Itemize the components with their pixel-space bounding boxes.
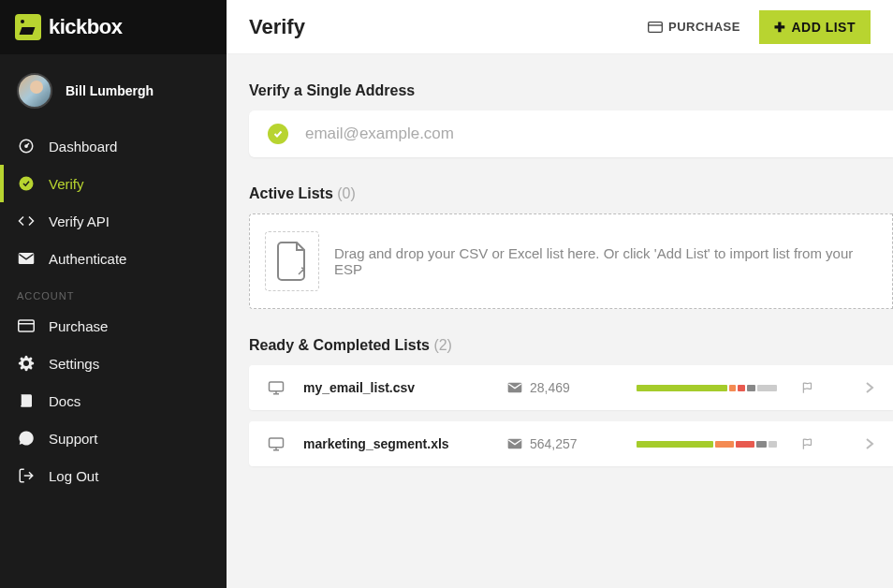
add-list-label: ADD LIST xyxy=(791,20,856,35)
nav-purchase[interactable]: Purchase xyxy=(0,307,227,345)
code-icon xyxy=(17,213,36,229)
exit-icon xyxy=(17,467,36,484)
svg-point-1 xyxy=(25,145,27,147)
svg-rect-6 xyxy=(649,22,663,32)
logo[interactable]: kickbox xyxy=(0,0,227,54)
svg-rect-12 xyxy=(270,438,284,448)
progress-bar xyxy=(637,441,777,448)
chevron-right-icon xyxy=(865,437,874,450)
single-verify-input-wrap[interactable] xyxy=(249,110,893,157)
user-profile[interactable]: Bill Lumbergh xyxy=(0,54,227,127)
nav-label: Authenticate xyxy=(49,251,126,267)
svg-point-2 xyxy=(20,177,34,191)
monitor-icon xyxy=(268,380,286,395)
check-circle-icon xyxy=(268,124,288,144)
purchase-label: PURCHASE xyxy=(668,20,740,34)
nav-dashboard[interactable]: Dashboard xyxy=(0,127,227,165)
logo-mark-icon xyxy=(15,14,41,40)
dropzone-text: Drag and drop your CSV or Excel list her… xyxy=(334,245,870,277)
nav-verify[interactable]: Verify xyxy=(0,165,227,202)
user-name: Bill Lumbergh xyxy=(66,83,154,98)
nav-docs[interactable]: Docs xyxy=(0,382,227,419)
page-title: Verify xyxy=(249,15,305,39)
monitor-icon xyxy=(268,436,286,451)
account-section-label: ACCOUNT xyxy=(0,277,227,307)
svg-rect-4 xyxy=(19,320,35,331)
nav-label: Support xyxy=(49,431,98,447)
mail-icon xyxy=(507,438,522,449)
nav-label: Verify API xyxy=(49,213,110,229)
ready-lists-heading: Ready & Completed Lists (2) xyxy=(249,337,893,354)
active-lists-heading: Active Lists (0) xyxy=(249,185,893,202)
logo-text: kickbox xyxy=(49,15,122,39)
nav-authenticate[interactable]: Authenticate xyxy=(0,240,227,277)
list-count: 564,257 xyxy=(507,436,620,451)
ready-lists-count: (2) xyxy=(433,337,452,353)
purchase-button[interactable]: PURCHASE xyxy=(648,20,740,34)
flag-icon xyxy=(801,437,814,450)
nav-label: Verify xyxy=(49,176,84,192)
single-verify-heading: Verify a Single Address xyxy=(249,82,893,99)
list-count: 28,469 xyxy=(507,380,620,395)
active-lists-count: (0) xyxy=(337,185,356,201)
check-circle-icon xyxy=(17,175,36,192)
nav-settings[interactable]: Settings xyxy=(0,345,227,382)
ready-list-container: my_email_list.csv28,469marketing_segment… xyxy=(249,365,893,466)
sidebar: kickbox Bill Lumbergh Dashboard Verify xyxy=(0,0,227,588)
avatar xyxy=(17,73,52,109)
nav-label: Purchase xyxy=(49,318,108,334)
content: Verify a Single Address Active Lists (0) xyxy=(227,54,893,506)
main: Verify PURCHASE ✚ ADD LIST Verify a Sing… xyxy=(227,0,893,588)
list-name: marketing_segment.xls xyxy=(303,436,490,451)
email-input[interactable] xyxy=(305,125,874,143)
book-icon xyxy=(17,392,36,409)
mail-icon xyxy=(507,382,522,393)
chat-icon xyxy=(17,430,36,447)
gear-icon xyxy=(17,355,36,372)
main-nav: Dashboard Verify Verify API Authenticate xyxy=(0,127,227,494)
flag-icon xyxy=(801,381,814,394)
file-drop-icon xyxy=(272,239,312,284)
svg-rect-8 xyxy=(270,382,284,391)
add-list-button[interactable]: ✚ ADD LIST xyxy=(759,10,871,44)
dropzone[interactable]: Drag and drop your CSV or Excel list her… xyxy=(249,213,893,309)
topbar: Verify PURCHASE ✚ ADD LIST xyxy=(227,0,893,54)
nav-verify-api[interactable]: Verify API xyxy=(0,202,227,240)
nav-label: Settings xyxy=(49,356,99,372)
nav-support[interactable]: Support xyxy=(0,419,227,457)
progress-bar xyxy=(637,385,777,391)
list-row[interactable]: marketing_segment.xls564,257 xyxy=(249,421,893,466)
chevron-right-icon xyxy=(865,381,874,394)
list-row[interactable]: my_email_list.csv28,469 xyxy=(249,365,893,410)
nav-label: Dashboard xyxy=(49,139,117,154)
list-name: my_email_list.csv xyxy=(303,380,490,395)
mail-icon xyxy=(17,252,36,265)
gauge-icon xyxy=(17,138,36,154)
credit-card-icon xyxy=(648,22,663,33)
plus-icon: ✚ xyxy=(774,20,786,35)
nav-label: Docs xyxy=(49,393,81,409)
nav-logout[interactable]: Log Out xyxy=(0,457,227,494)
credit-card-icon xyxy=(17,319,36,332)
nav-label: Log Out xyxy=(49,468,98,484)
